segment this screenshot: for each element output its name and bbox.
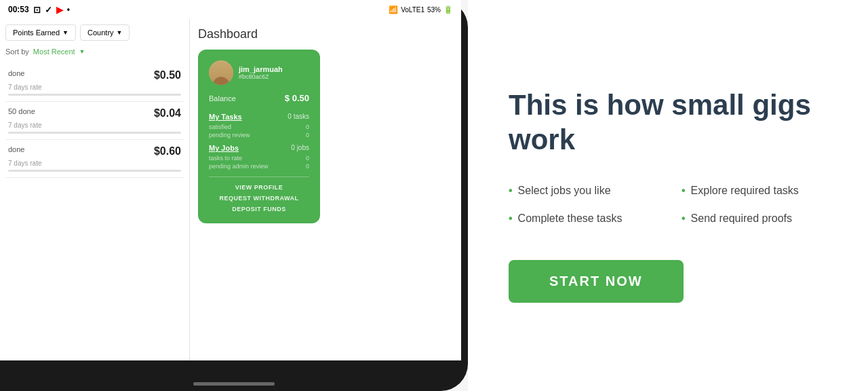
left-panel: Points Earned ▼ Country ▼ Sort by Most R… bbox=[0, 19, 190, 360]
dot-icon: • bbox=[67, 5, 70, 14]
profile-row: jim_jarmuah #bc80ac6Z bbox=[209, 60, 309, 85]
satisfied-label: satisfied bbox=[209, 124, 231, 130]
chevron-down-icon: ▼ bbox=[117, 29, 123, 36]
tasks-to-rate-value: 0 bbox=[306, 155, 309, 162]
dashboard-title: Dashboard bbox=[198, 27, 453, 41]
sort-by-label: Sort by bbox=[5, 48, 29, 56]
sort-value: Most Recent bbox=[33, 48, 75, 56]
item-bar bbox=[8, 170, 181, 172]
pending-review-value: 0 bbox=[306, 132, 309, 138]
avatar bbox=[209, 60, 233, 85]
feature-item-complete-tasks: • Complete these tasks bbox=[509, 212, 654, 226]
feature-item-explore-tasks: • Explore required tasks bbox=[682, 184, 827, 198]
my-jobs-link[interactable]: My Jobs bbox=[209, 144, 239, 152]
item-amount: $0.60 bbox=[154, 145, 181, 157]
item-label: 50 done bbox=[8, 107, 35, 115]
country-filter[interactable]: Country ▼ bbox=[80, 24, 130, 41]
bullet-icon: • bbox=[682, 184, 686, 198]
tasks-count: 0 tasks bbox=[288, 113, 309, 121]
right-panel: Dashboard jim_jarmuah #bc80ac6Z bbox=[190, 19, 461, 360]
marketing-title: This is how small gigs work bbox=[509, 88, 827, 157]
divider bbox=[209, 176, 309, 177]
status-bar-left: 00:53 ⊡ ✓ ▶ • bbox=[8, 5, 70, 15]
list-item: done $0.60 7 days rate bbox=[5, 140, 184, 178]
device-screen: 00:53 ⊡ ✓ ▶ • 📶 VoLTE1 53% 🔋 Points Earn… bbox=[0, 0, 461, 360]
item-label: done bbox=[8, 69, 24, 77]
dashboard-card: jim_jarmuah #bc80ac6Z Balance $ 0.50 My … bbox=[198, 50, 320, 223]
sort-chevron-icon: ▼ bbox=[79, 48, 85, 55]
pending-admin-label: pending admin review bbox=[209, 163, 269, 170]
signal-icon: VoLTE1 bbox=[401, 6, 425, 14]
view-profile-button[interactable]: VIEW PROFILE bbox=[209, 184, 309, 191]
list-item: done $0.50 7 days rate bbox=[5, 64, 184, 102]
check-icon: ✓ bbox=[45, 5, 52, 15]
profile-name: jim_jarmuah bbox=[239, 65, 309, 73]
feature-text: Explore required tasks bbox=[691, 184, 799, 198]
marketing-panel: This is how small gigs work • Select job… bbox=[468, 0, 868, 391]
feature-text: Send required proofs bbox=[691, 212, 792, 226]
status-bar: 00:53 ⊡ ✓ ▶ • 📶 VoLTE1 53% 🔋 bbox=[0, 0, 461, 19]
my-tasks-section: My Tasks 0 tasks satisfied 0 pending rev… bbox=[209, 113, 309, 138]
device-frame: 00:53 ⊡ ✓ ▶ • 📶 VoLTE1 53% 🔋 Points Earn… bbox=[0, 0, 468, 391]
bullet-icon: • bbox=[509, 212, 513, 226]
screen-capture-icon: ⊡ bbox=[33, 5, 41, 15]
item-bar bbox=[8, 132, 181, 134]
pending-admin-value: 0 bbox=[306, 163, 309, 170]
feature-item-select-jobs: • Select jobs you like bbox=[509, 184, 654, 198]
time-display: 00:53 bbox=[8, 5, 29, 14]
balance-amount: $ 0.50 bbox=[285, 93, 309, 103]
item-rate: 7 days rate bbox=[8, 160, 181, 167]
battery-icon: 53% bbox=[427, 6, 441, 14]
sort-row: Sort by Most Recent ▼ bbox=[5, 48, 184, 56]
item-label: done bbox=[8, 145, 24, 153]
bullet-icon: • bbox=[682, 212, 686, 226]
profile-id: #bc80ac6Z bbox=[239, 73, 309, 80]
bullet-icon: • bbox=[509, 184, 513, 198]
satisfied-value: 0 bbox=[306, 124, 309, 130]
features-grid: • Select jobs you like • Explore require… bbox=[509, 184, 827, 226]
profile-info: jim_jarmuah #bc80ac6Z bbox=[239, 65, 309, 80]
card-actions: VIEW PROFILE REQUEST WITHDRAWAL DEPOSIT … bbox=[209, 184, 309, 212]
jobs-count: 0 jobs bbox=[291, 144, 309, 152]
start-now-button[interactable]: START NOW bbox=[509, 260, 684, 303]
item-amount: $0.50 bbox=[154, 69, 181, 81]
my-jobs-section: My Jobs 0 jobs tasks to rate 0 pending a… bbox=[209, 144, 309, 170]
feature-item-send-proofs: • Send required proofs bbox=[682, 212, 827, 226]
youtube-icon: ▶ bbox=[56, 5, 63, 15]
app-content: Points Earned ▼ Country ▼ Sort by Most R… bbox=[0, 19, 461, 360]
deposit-funds-button[interactable]: DEPOSIT FUNDS bbox=[209, 206, 309, 212]
feature-text: Complete these tasks bbox=[518, 212, 623, 226]
country-filter-label: Country bbox=[87, 29, 114, 37]
tasks-to-rate-label: tasks to rate bbox=[209, 155, 242, 162]
my-tasks-link[interactable]: My Tasks bbox=[209, 113, 242, 121]
item-rate: 7 days rate bbox=[8, 122, 181, 129]
chevron-down-icon: ▼ bbox=[62, 29, 68, 36]
pending-review-label: pending review bbox=[209, 132, 250, 138]
item-amount: $0.04 bbox=[154, 107, 181, 119]
item-rate: 7 days rate bbox=[8, 83, 181, 91]
balance-label: Balance bbox=[209, 94, 236, 103]
balance-row: Balance $ 0.50 bbox=[209, 93, 309, 103]
list-item: 50 done $0.04 7 days rate bbox=[5, 102, 184, 140]
wifi-icon: 📶 bbox=[389, 5, 398, 14]
request-withdrawal-button[interactable]: REQUEST WITHDRAWAL bbox=[209, 195, 309, 202]
points-filter-label: Points Earned bbox=[13, 29, 60, 37]
battery-indicator: 🔋 bbox=[443, 5, 453, 14]
feature-text: Select jobs you like bbox=[518, 184, 611, 198]
avatar-image bbox=[209, 60, 233, 85]
item-bar bbox=[8, 94, 181, 96]
points-earned-filter[interactable]: Points Earned ▼ bbox=[5, 24, 76, 41]
home-indicator bbox=[193, 382, 275, 386]
status-bar-right: 📶 VoLTE1 53% 🔋 bbox=[389, 5, 453, 14]
filter-row: Points Earned ▼ Country ▼ bbox=[5, 24, 184, 41]
